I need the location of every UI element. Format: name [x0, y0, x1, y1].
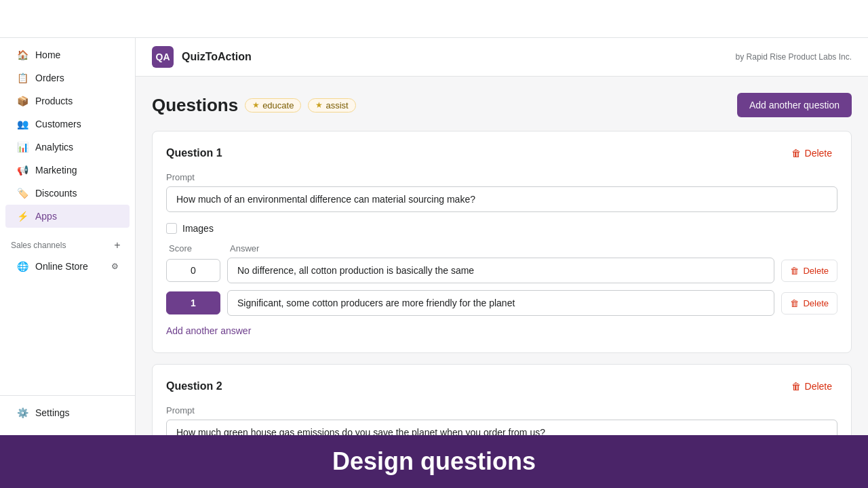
answers-container-q1: 0🗑 Delete1🗑 Delete: [166, 258, 837, 316]
answer-input-q1a2[interactable]: [227, 290, 774, 316]
delete-answer-q1a2[interactable]: 🗑 Delete: [781, 292, 837, 314]
score-box-q1a2: 1: [166, 291, 220, 314]
add-sales-channel-button[interactable]: +: [111, 239, 124, 252]
images-row-q1: Images: [166, 223, 837, 234]
score-header-q1: Score: [169, 243, 223, 253]
settings-icon: ⚙️: [16, 407, 28, 419]
images-label-q1[interactable]: Images: [182, 223, 214, 234]
analytics-icon: 📊: [16, 141, 28, 153]
tag-assist: ★ assist: [308, 98, 355, 113]
question-card-q1: Question 1 🗑 Delete Prompt Images Score …: [152, 131, 852, 353]
sidebar-label-customers: Customers: [35, 119, 81, 129]
trash-icon-q1a1: 🗑: [790, 266, 799, 276]
add-answer-button-q1[interactable]: Add another answer: [166, 323, 251, 339]
app-name: QuizToAction: [182, 51, 252, 63]
sidebar-label-discounts: Discounts: [35, 188, 77, 199]
questions-container: Question 1 🗑 Delete Prompt Images Score …: [152, 131, 852, 435]
question-header-q2: Question 2 🗑 Delete: [166, 378, 837, 394]
sidebar-label-analytics: Analytics: [35, 142, 73, 152]
sidebar-item-online-store[interactable]: 🌐 Online Store ⚙: [5, 255, 130, 278]
delete-answer-q1a1[interactable]: 🗑 Delete: [781, 260, 837, 282]
answer-row-q1a2: 1🗑 Delete: [166, 290, 837, 316]
online-store-settings-icon[interactable]: ⚙: [111, 262, 119, 271]
answers-header-q1: Score Answer: [166, 243, 837, 258]
sidebar-item-analytics[interactable]: 📊 Analytics: [5, 136, 130, 159]
app-logo: QA: [152, 46, 174, 68]
products-icon: 📦: [16, 95, 28, 107]
sidebar-item-home[interactable]: 🏠 Home: [5, 43, 130, 66]
images-checkbox-q1[interactable]: [166, 223, 177, 234]
sidebar-item-apps[interactable]: ⚡ Apps: [5, 205, 130, 228]
question-number-q2: Question 2: [166, 380, 222, 392]
trash-icon-q2: 🗑: [791, 381, 801, 392]
app-credit: by Rapid Rise Product Labs Inc.: [736, 52, 852, 62]
sidebar-label-marketing: Marketing: [35, 165, 77, 176]
settings-label: Settings: [35, 407, 70, 418]
prompt-input-q1[interactable]: [166, 186, 837, 212]
customers-icon: 👥: [16, 118, 28, 130]
tag-assist-label: assist: [326, 100, 348, 110]
prompt-label-q2: Prompt: [166, 405, 837, 415]
add-question-button[interactable]: Add another question: [737, 93, 852, 117]
sidebar: 🏠 Home 📋 Orders 📦 Products 👥 Customers 📊…: [0, 38, 136, 435]
online-store-icon: 🌐: [16, 260, 28, 272]
marketing-icon: 📢: [16, 164, 28, 176]
delete-question-label-q1: Delete: [805, 148, 832, 159]
main-content: QA QuizToAction by Rapid Rise Product La…: [136, 38, 868, 435]
page-content: Questions ★ educate ★ assist Add another…: [136, 77, 868, 435]
sidebar-item-discounts[interactable]: 🏷️ Discounts: [5, 182, 130, 205]
trash-icon-q1a2: 🗑: [790, 298, 799, 308]
prompt-label-q1: Prompt: [166, 172, 837, 182]
tag-assist-star: ★: [315, 100, 323, 110]
sidebar-label-apps: Apps: [35, 211, 57, 222]
app-header: QA QuizToAction by Rapid Rise Product La…: [136, 38, 868, 77]
sidebar-label-home: Home: [35, 49, 60, 60]
sidebar-item-customers[interactable]: 👥 Customers: [5, 113, 130, 136]
tag-educate-star: ★: [252, 100, 260, 110]
online-store-label: Online Store: [35, 261, 88, 272]
delete-question-q1[interactable]: 🗑 Delete: [786, 145, 837, 161]
sidebar-item-products[interactable]: 📦 Products: [5, 89, 130, 113]
app-logo-text: QA: [156, 52, 170, 62]
page-title: Questions: [152, 95, 238, 116]
question-header-q1: Question 1 🗑 Delete: [166, 145, 837, 161]
tag-educate: ★ educate: [245, 98, 301, 113]
sidebar-item-marketing[interactable]: 📢 Marketing: [5, 159, 130, 182]
answer-header-q1: Answer: [230, 243, 837, 253]
apps-icon: ⚡: [16, 210, 28, 222]
delete-question-label-q2: Delete: [805, 381, 832, 392]
sidebar-label-orders: Orders: [35, 73, 64, 83]
question-number-q1: Question 1: [166, 147, 222, 159]
orders-icon: 📋: [16, 72, 28, 84]
trash-icon-q1: 🗑: [791, 148, 801, 159]
bottom-banner: Design questions: [0, 435, 868, 488]
page-title-row: Questions ★ educate ★ assist Add another…: [152, 93, 852, 117]
answer-row-q1a1: 0🗑 Delete: [166, 258, 837, 283]
delete-question-q2[interactable]: 🗑 Delete: [786, 378, 837, 394]
answer-input-q1a1[interactable]: [227, 258, 774, 283]
discounts-icon: 🏷️: [16, 187, 28, 199]
prompt-input-q2[interactable]: [166, 420, 837, 435]
question-card-q2: Question 2 🗑 Delete Prompt Images Score …: [152, 364, 852, 435]
bottom-banner-text: Design questions: [332, 447, 536, 475]
sales-channels-label: Sales channels: [11, 241, 66, 250]
sidebar-label-products: Products: [35, 96, 73, 106]
top-bar: [0, 0, 868, 38]
page-title-left: Questions ★ educate ★ assist: [152, 95, 356, 116]
sidebar-item-orders[interactable]: 📋 Orders: [5, 66, 130, 89]
tag-educate-label: educate: [262, 100, 294, 110]
home-icon: 🏠: [16, 49, 28, 61]
score-box-q1a1: 0: [166, 259, 220, 282]
sales-channels-section: Sales channels +: [0, 228, 135, 255]
sidebar-item-settings[interactable]: ⚙️ Settings: [5, 401, 130, 424]
